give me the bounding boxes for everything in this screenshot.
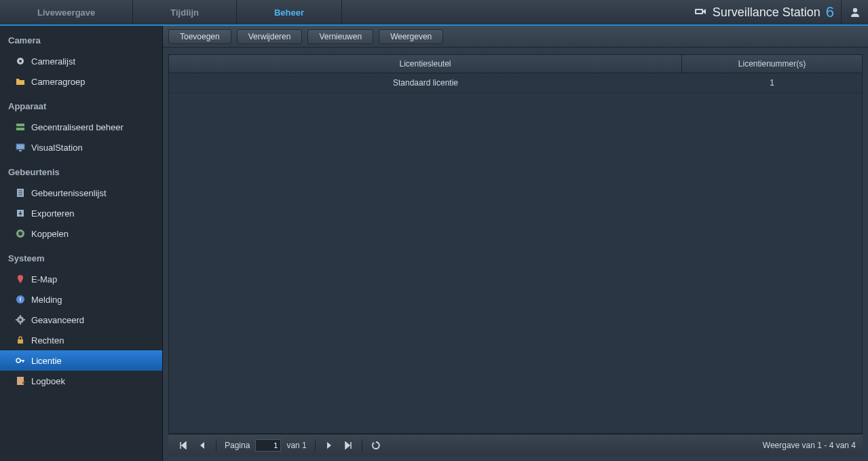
svg-rect-8 bbox=[19, 150, 22, 151]
toevoegen-button[interactable]: Toevoegen bbox=[168, 29, 231, 44]
sidebar-item-logboek[interactable]: Logboek bbox=[0, 371, 162, 391]
sidebar-item-label: Exporteren bbox=[31, 208, 75, 219]
sidebar-item-label: Gebeurtenissenlijst bbox=[31, 188, 107, 198]
export-icon bbox=[15, 208, 26, 219]
tab-beheer[interactable]: Beheer bbox=[237, 0, 342, 24]
sidebar-item-label: Licentie bbox=[31, 356, 62, 366]
prev-page-button[interactable] bbox=[194, 438, 210, 453]
sidebar-item-koppelen[interactable]: Koppelen bbox=[0, 223, 162, 244]
grid-body: Standaard licentie1 bbox=[169, 73, 862, 433]
brand-text: Surveillance Station bbox=[713, 5, 820, 20]
svg-text:!: ! bbox=[20, 296, 22, 303]
lock-icon bbox=[15, 335, 26, 346]
sidebar-item-label: Cameragroep bbox=[31, 77, 86, 87]
surveillance-icon bbox=[694, 5, 707, 19]
main: CameraCameralijstCameragroepApparaatGece… bbox=[0, 26, 868, 461]
topbar-tabs: LiveweergaveTijdlijnBeheer bbox=[0, 0, 342, 24]
separator bbox=[315, 439, 316, 451]
svg-point-4 bbox=[19, 60, 22, 62]
sidebar-item-label: VisualStation bbox=[31, 143, 83, 153]
sidebar-item-gecentraliseerd-beheer[interactable]: Gecentraliseerd beheer bbox=[0, 117, 162, 137]
alert-icon: ! bbox=[15, 294, 26, 305]
sidebar: CameraCameralijstCameragroepApparaatGece… bbox=[0, 26, 163, 461]
sidebar-section-title: Systeem bbox=[0, 244, 162, 269]
sidebar-item-label: Geavanceerd bbox=[31, 315, 84, 325]
monitor-icon bbox=[15, 142, 26, 153]
last-page-button[interactable] bbox=[340, 438, 356, 453]
license-grid: Licentiesleutel Licentienummer(s) Standa… bbox=[168, 54, 863, 434]
sidebar-section-title: Apparaat bbox=[0, 92, 162, 117]
weergeven-button[interactable]: Weergeven bbox=[379, 29, 443, 44]
next-page-button[interactable] bbox=[321, 438, 337, 453]
list-icon bbox=[15, 187, 26, 198]
log-icon bbox=[15, 375, 26, 386]
table-row[interactable]: Standaard licentie1 bbox=[169, 73, 862, 93]
content: ToevoegenVerwijderenVernieuwenWeergeven … bbox=[163, 26, 868, 461]
key-icon bbox=[15, 355, 26, 366]
pin-icon bbox=[15, 274, 26, 284]
sidebar-section-title: Gebeurtenis bbox=[0, 158, 162, 183]
column-header-key[interactable]: Licentiesleutel bbox=[169, 55, 682, 73]
sidebar-item-label: E-Map bbox=[31, 274, 57, 284]
user-icon bbox=[849, 6, 861, 18]
camera-icon bbox=[15, 56, 26, 67]
separator bbox=[362, 439, 362, 451]
sidebar-item-geavanceerd[interactable]: Geavanceerd bbox=[0, 310, 162, 330]
sidebar-item-e-map[interactable]: E-Map bbox=[0, 269, 162, 289]
sidebar-item-label: Koppelen bbox=[31, 229, 69, 239]
gear-icon bbox=[15, 314, 26, 325]
svg-rect-5 bbox=[16, 124, 24, 126]
svg-point-25 bbox=[16, 358, 20, 363]
folder-icon bbox=[15, 76, 26, 87]
sidebar-item-melding[interactable]: !Melding bbox=[0, 289, 162, 310]
user-menu-button[interactable] bbox=[841, 0, 868, 24]
sidebar-item-exporteren[interactable]: Exporteren bbox=[0, 203, 162, 223]
sidebar-item-label: Cameralijst bbox=[31, 56, 75, 67]
refresh-button[interactable] bbox=[368, 438, 384, 453]
link-icon bbox=[15, 228, 26, 239]
svg-rect-1 bbox=[696, 10, 702, 13]
sidebar-item-label: Melding bbox=[31, 295, 62, 305]
server-icon bbox=[15, 122, 26, 132]
display-info: Weergave van 1 - 4 van 4 bbox=[763, 441, 856, 450]
tab-label: Beheer bbox=[274, 7, 304, 18]
toolbar: ToevoegenVerwijderenVernieuwenWeergeven bbox=[163, 26, 868, 48]
sidebar-item-licentie[interactable]: Licentie bbox=[0, 350, 162, 371]
tab-tijdlijn[interactable]: Tijdlijn bbox=[133, 0, 237, 24]
grid-header: Licentiesleutel Licentienummer(s) bbox=[169, 55, 862, 73]
page-input[interactable] bbox=[255, 439, 281, 451]
sidebar-item-rechten[interactable]: Rechten bbox=[0, 330, 162, 350]
verwijderen-button[interactable]: Verwijderen bbox=[237, 29, 303, 44]
pager: Pagina van 1 Weergave van 1 - 4 van 4 bbox=[168, 434, 863, 456]
page-of-label: van 1 bbox=[286, 441, 306, 450]
svg-point-15 bbox=[18, 232, 22, 236]
tab-liveweergave[interactable]: Liveweergave bbox=[0, 0, 133, 24]
sidebar-section-title: Camera bbox=[0, 26, 162, 51]
column-header-number[interactable]: Licentienummer(s) bbox=[682, 55, 862, 73]
first-page-button[interactable] bbox=[175, 438, 191, 453]
vernieuwen-button[interactable]: Vernieuwen bbox=[307, 29, 373, 44]
brand-version: 6 bbox=[826, 3, 834, 21]
svg-rect-7 bbox=[16, 144, 24, 149]
svg-point-2 bbox=[852, 8, 856, 12]
svg-rect-6 bbox=[16, 128, 24, 130]
tab-label: Tijdlijn bbox=[170, 7, 199, 18]
separator bbox=[216, 439, 216, 451]
sidebar-item-visualstation[interactable]: VisualStation bbox=[0, 137, 162, 158]
cell-license-number: 1 bbox=[682, 73, 862, 92]
brand: Surveillance Station 6 bbox=[694, 0, 841, 24]
sidebar-item-cameragroep[interactable]: Cameragroep bbox=[0, 71, 162, 92]
sidebar-item-gebeurtenissenlijst[interactable]: Gebeurtenissenlijst bbox=[0, 183, 162, 203]
sidebar-item-cameralijst[interactable]: Cameralijst bbox=[0, 51, 162, 71]
sidebar-item-label: Rechten bbox=[31, 335, 64, 346]
topbar: LiveweergaveTijdlijnBeheer Surveillance … bbox=[0, 0, 868, 26]
page-label: Pagina bbox=[225, 441, 250, 450]
sidebar-item-label: Gecentraliseerd beheer bbox=[31, 122, 124, 132]
svg-rect-24 bbox=[18, 339, 23, 344]
tab-label: Liveweergave bbox=[37, 7, 95, 18]
svg-point-19 bbox=[19, 318, 22, 321]
cell-license-key: Standaard licentie bbox=[169, 73, 682, 92]
sidebar-item-label: Logboek bbox=[31, 376, 65, 386]
